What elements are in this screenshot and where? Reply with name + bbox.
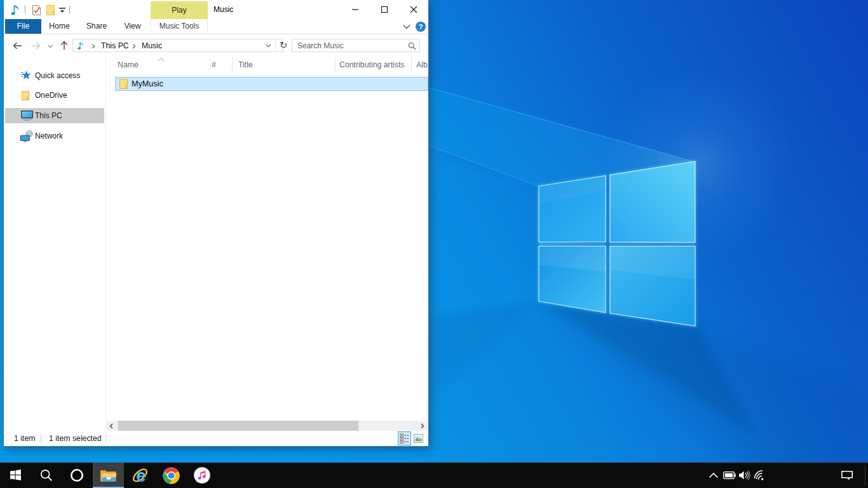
svg-text:e: e [136, 466, 146, 485]
